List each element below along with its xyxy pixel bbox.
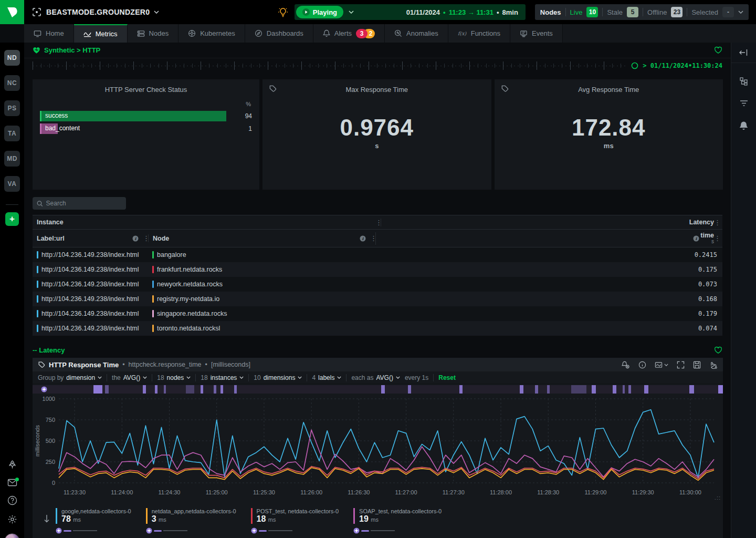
legend-item[interactable]: SOAP_test, netdata-collectors-0 19 ms: [353, 508, 442, 534]
legend-anomaly-slider[interactable]: [146, 527, 236, 534]
collapse-sidebar-icon[interactable]: [731, 43, 756, 63]
tab-kubernetes[interactable]: Kubernetes: [178, 24, 245, 43]
status-bar-row[interactable]: success 94: [40, 110, 252, 122]
column-header-label-url[interactable]: Label:url: [37, 235, 65, 242]
tab-alerts[interactable]: Alerts 3 2: [313, 24, 385, 43]
workspace-nc[interactable]: NC: [4, 75, 20, 91]
reset-button[interactable]: Reset: [438, 374, 456, 381]
info-icon[interactable]: i: [693, 235, 699, 242]
table-row[interactable]: http://104.236.149.238/index.html regist…: [33, 292, 722, 306]
latency-time-value: 0.073: [375, 281, 722, 288]
legend-item[interactable]: netdata_app,netdata-collectors-0 3 ms: [146, 508, 236, 534]
labels-dropdown[interactable]: 4labels: [312, 374, 341, 381]
nodes-dropdown[interactable]: 18nodes: [157, 374, 191, 381]
tab-anomalies[interactable]: Anomalies: [385, 24, 448, 43]
chart-type-selector[interactable]: [655, 361, 668, 369]
metrics-tree-icon[interactable]: [739, 77, 749, 86]
workspace-ta[interactable]: TA: [4, 126, 20, 141]
favorite-heart-icon[interactable]: [714, 346, 722, 354]
svg-text:11:27:30: 11:27:30: [443, 489, 465, 495]
alarms-bell-icon[interactable]: [739, 121, 748, 130]
column-menu-icon[interactable]: ⋮: [370, 234, 375, 242]
tab-label: Functions: [471, 29, 500, 37]
play-menu-chevron-icon[interactable]: [349, 11, 354, 14]
table-row[interactable]: http://104.236.149.238/index.html singap…: [33, 306, 722, 321]
user-avatar[interactable]: [4, 533, 20, 538]
column-menu-icon[interactable]: ⋮: [714, 234, 719, 242]
avg-response-title: Avg Response Time: [578, 86, 639, 94]
latency-chart-svg[interactable]: 0250500750100011:23:3011:24:0011:24:3011…: [33, 394, 723, 504]
aggregation-dropdown[interactable]: theAVG(): [112, 374, 147, 381]
legend-item[interactable]: google,netdata-collectors-0 78 ms: [56, 508, 131, 534]
chevron-down-icon: [154, 11, 159, 14]
instances-dropdown[interactable]: 18instances: [201, 374, 244, 381]
date-range-picker[interactable]: 01/11/2024 • 11:23 → 11:31 • 8min: [406, 8, 518, 16]
tab-metrics[interactable]: Metrics: [74, 24, 128, 43]
tab-dashboards[interactable]: Dashboards: [245, 24, 313, 43]
workspace-md[interactable]: MD: [4, 151, 20, 167]
anomaly-ribbon[interactable]: [33, 385, 723, 394]
column-menu-icon[interactable]: ⋮: [714, 219, 719, 226]
whats-new-rocket-icon[interactable]: [7, 460, 17, 470]
search-input[interactable]: [46, 200, 122, 207]
latency-time-value: 0.074: [375, 325, 722, 332]
legend-anomaly-slider[interactable]: [353, 527, 442, 534]
settings-gear-icon[interactable]: [7, 514, 17, 524]
table-row[interactable]: http://104.236.149.238/index.html bangal…: [33, 247, 722, 262]
feedback-mail-icon[interactable]: [7, 479, 17, 487]
ruler-ticks[interactable]: [33, 61, 626, 70]
column-header-time[interactable]: time: [700, 232, 714, 239]
workspace-nd[interactable]: ND: [4, 50, 20, 66]
home-icon: [34, 30, 41, 37]
favorite-heart-icon[interactable]: [714, 46, 722, 54]
workspace-va[interactable]: VA: [4, 176, 20, 192]
tab-events[interactable]: Events: [510, 24, 563, 43]
latency-plot[interactable]: 0250500750100011:23:3011:24:0011:24:3011…: [33, 394, 723, 504]
tab-label: Nodes: [149, 29, 169, 37]
column-header-node[interactable]: Node: [153, 235, 169, 242]
legend-sort-arrow-icon[interactable]: [38, 508, 56, 523]
info-icon[interactable]: i: [132, 235, 139, 242]
column-header-instance[interactable]: Instance: [33, 219, 375, 226]
resize-handle-icon[interactable]: .::: [715, 494, 721, 501]
info-icon[interactable]: i: [360, 235, 366, 242]
avg-response-card: Avg Response Time 172.84 ms: [495, 79, 723, 190]
chart-info-icon[interactable]: [638, 361, 646, 369]
legend-anomaly-slider[interactable]: [251, 527, 339, 534]
dimensions-dropdown[interactable]: 10dimensions: [254, 374, 302, 381]
tab-home[interactable]: Home: [24, 24, 74, 43]
search-box[interactable]: [33, 197, 126, 210]
fullscreen-icon[interactable]: [677, 361, 685, 369]
nodes-summary[interactable]: Nodes Live 10 Stale 5 Offline 23 Selecte…: [535, 4, 749, 20]
help-icon[interactable]: [7, 495, 17, 505]
save-icon[interactable]: [693, 361, 701, 369]
legend-item[interactable]: POST_test, netdata-collectors-0 18 ms: [251, 508, 339, 534]
play-button[interactable]: Playing: [296, 6, 343, 18]
breadcrumb[interactable]: Synthetic > HTTP: [33, 46, 100, 54]
column-menu-icon[interactable]: ⋮: [375, 219, 381, 226]
tab-functions[interactable]: f(x) Functions: [448, 24, 510, 43]
table-row[interactable]: http://104.236.149.238/index.html frankf…: [33, 262, 722, 277]
netdata-logo[interactable]: [0, 0, 24, 24]
space-selector[interactable]: BEASTMODE.GROUNDZER0: [32, 7, 159, 17]
filter-icon[interactable]: [739, 100, 749, 107]
workspace-ps[interactable]: PS: [4, 100, 20, 116]
legend-anomaly-slider[interactable]: [56, 527, 131, 534]
each-as-dropdown[interactable]: each asAVG(): [351, 374, 400, 381]
time-ruler[interactable]: > 01/11/2024•11:30:24: [24, 58, 731, 73]
section-title-latency[interactable]: -- Latency: [33, 346, 65, 354]
instance-color-bar: [37, 266, 38, 273]
status-bar-row[interactable]: bad_content 1: [40, 123, 252, 134]
group-by-dropdown[interactable]: Group bydimension: [38, 374, 102, 381]
column-menu-icon[interactable]: ⋮: [143, 234, 148, 242]
column-header-latency[interactable]: Latency: [689, 219, 714, 226]
tab-nodes[interactable]: Nodes: [128, 24, 179, 43]
chart-alerts-icon[interactable]: [621, 361, 630, 369]
table-row[interactable]: http://104.236.149.238/index.html toront…: [33, 321, 722, 336]
news-bulb-icon[interactable]: [278, 7, 288, 17]
add-workspace-button[interactable]: +: [5, 212, 19, 226]
drag-pan-icon[interactable]: [709, 361, 718, 369]
max-response-card: Max Response Time 0.9764 s: [262, 79, 491, 190]
table-row[interactable]: http://104.236.149.238/index.html newyor…: [33, 277, 722, 292]
instance-url: http://104.236.149.238/index.html: [41, 295, 139, 303]
